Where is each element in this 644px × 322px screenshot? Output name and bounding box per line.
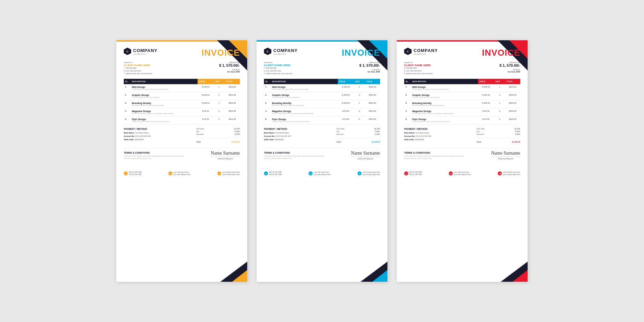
company-name: COMPANY — [133, 48, 157, 53]
invoice-table: SL. DESCRIPTION PRICE UNIT TOTAL 1 Web D… — [264, 79, 380, 124]
payment-section: PAYMENT / METHOD Bank Name: Your Bank Na… — [264, 128, 380, 144]
col-price: PRICE — [198, 79, 213, 84]
invoice-to-label: Invoice To: — [404, 61, 499, 63]
cell-unit: 2 — [494, 92, 505, 100]
cell-sl: 1 — [404, 84, 411, 92]
terms-signature: TERMS & CONDITIONS Lorem ipsum dolor sit… — [404, 151, 520, 160]
cell-desc: Magazine Design Lorem ipsum dolor sit am… — [271, 108, 338, 116]
footer-email-text: your mail name hereyour web address here — [454, 171, 471, 176]
cell-total: $150.00 — [225, 108, 240, 116]
invoice-to-label: Invoice To: — [264, 61, 359, 63]
cell-sl: 3 — [264, 100, 271, 108]
summary-subtotal: Sub Total: $1,300 — [196, 128, 240, 130]
table-row: 4 Magazine Design Lorem ipsum dolor sit … — [124, 108, 240, 116]
cell-price: $ 200.00 — [478, 92, 494, 100]
footer-location: ⚑ your location goes hereyour location g… — [358, 171, 380, 176]
signature-area: Name Surname Authorized Signature — [351, 151, 380, 160]
table-row: 1 Web Design Lorem ipsum is simply dummy… — [264, 84, 380, 92]
cell-total: $150.00 — [225, 84, 240, 92]
cell-sl: 2 — [264, 92, 271, 100]
payment-title: PAYMENT / METHOD — [124, 128, 196, 130]
client-name: CLIENT NAME HERE — [124, 64, 219, 67]
terms-title: TERMS & CONDITIONS — [404, 152, 491, 154]
signature-name: Name Surname — [211, 151, 240, 156]
payment-detail: Bank Name: Your Bank Name Account No: 00… — [264, 131, 336, 142]
payment-left: PAYMENT / METHOD Bank Name: Your Bank Na… — [264, 128, 336, 144]
tri-accent-bottom-right — [372, 270, 387, 282]
signature-name: Name Surname — [351, 151, 380, 156]
table-row: 2 Graphic Design It has survived not onl… — [404, 92, 520, 100]
invoice-contact: P: 000-000-0000 E: your mail name here A… — [404, 67, 499, 75]
footer-email: ✉ your mail name hereyour web address he… — [168, 171, 191, 176]
cell-price: $ 500.00 — [478, 100, 494, 108]
invoice-to-label: Invoice To: — [124, 61, 219, 63]
summary-right: Sub Total: $1,300 Tax: 0.00% Discount: 0… — [196, 128, 240, 144]
cell-desc: Web Design Lorem ipsum is simply dummy t… — [411, 84, 478, 92]
corner-bottom-right — [501, 262, 528, 282]
invoice-table: SL. DESCRIPTION PRICE UNIT TOTAL 1 Web D… — [404, 79, 520, 124]
col-desc: DESCRIPTION — [411, 79, 478, 84]
tri-accent-bottom-left — [257, 270, 272, 282]
company-logo: C — [404, 48, 412, 55]
cell-unit: 5 — [494, 116, 505, 124]
col-price: PRICE — [338, 79, 354, 84]
phone-icon: ✆ — [124, 171, 128, 175]
cell-sl: 2 — [404, 92, 411, 100]
cell-unit: 2 — [214, 92, 225, 100]
col-sl: SL. — [264, 79, 271, 84]
corner-bottom-right — [220, 262, 247, 282]
footer-phone: ✆ 000 (0) 456 7890000 (0) 456 7890 — [124, 171, 142, 176]
footer-phone: ✆ 000 (0) 456 7890000 (0) 456 7890 — [264, 171, 282, 176]
cell-sl: 1 — [264, 84, 271, 92]
cell-price: $ 50.00 — [198, 108, 213, 116]
payment-detail: Bank Name: Your Bank Name Account No: 00… — [124, 131, 196, 142]
summary-tax: Tax: 0.00% — [336, 130, 380, 132]
footer-email-text: your mail name hereyour web address here — [314, 171, 331, 176]
email-icon: ✉ — [309, 171, 313, 175]
cell-price: $ 50.00 — [478, 108, 494, 116]
summary-tax: Tax: 0.00% — [196, 130, 240, 132]
cell-sl: 3 — [404, 100, 411, 108]
cell-total: $150.00 — [505, 108, 520, 116]
invoice-card-yellow: C COMPANY your tagline here INVOICE Invo… — [116, 40, 247, 282]
corner-bottom-left — [397, 262, 424, 282]
summary-total: Total: $1,300.00 — [477, 141, 520, 143]
invoice-meta: Invoice To: CLIENT NAME HERE P: 000-000-… — [404, 61, 520, 75]
cell-desc: Branding Identity But also the leap into… — [130, 100, 198, 108]
terms-text: Lorem ipsum dolor sit amet, consectetuer… — [124, 155, 184, 160]
company-logo: C — [124, 48, 131, 55]
footer-phone-text: 000 (0) 456 7890000 (0) 456 7890 — [409, 171, 422, 176]
signature-label: Authorized Signature — [211, 157, 240, 160]
invoice-header: C COMPANY your tagline here INVOICE — [264, 48, 380, 58]
summary-subtotal: Sub Total: $1,300 — [336, 128, 380, 130]
payment-title: PAYMENT / METHOD — [264, 128, 336, 130]
footer-email: ✉ your mail name hereyour web address he… — [309, 171, 331, 176]
invoice-meta: Invoice To: CLIENT NAME HERE P: 000-000-… — [264, 61, 380, 75]
cell-total: $150.00 — [365, 108, 380, 116]
summary-discount: Discount: 0.00% — [196, 133, 240, 135]
corner-bottom-right — [361, 262, 387, 282]
cell-total: $100.00 — [505, 116, 520, 124]
payment-detail: Bank Name: Your Bank Name Account No: 00… — [404, 131, 477, 142]
signature-area: Name Surname Authorized Signature — [211, 151, 240, 160]
cell-total: $400.00 — [505, 92, 520, 100]
col-desc: DESCRIPTION — [271, 79, 338, 84]
cell-price: $ 20.00 — [198, 116, 213, 124]
cell-total: $500.00 — [365, 100, 380, 108]
col-unit: UNIT — [354, 79, 365, 84]
payment-left: PAYMENT / METHOD Bank Name: Your Bank Na… — [404, 128, 477, 144]
company-tagline: your tagline here — [273, 53, 298, 55]
cell-total: $100.00 — [365, 116, 380, 124]
cell-desc: Flyer Design Ut wisi ad minim veniam, qu… — [411, 116, 478, 124]
invoice-contact: P: 000-000-0000 E: your mail name here A… — [264, 67, 359, 75]
email-icon: ✉ — [168, 171, 172, 175]
cell-unit: 3 — [354, 108, 365, 116]
company-tagline: your tagline here — [414, 53, 438, 55]
cell-sl: 5 — [124, 116, 130, 124]
signature-label: Authorized Signature — [491, 157, 520, 160]
payment-section: PAYMENT / METHOD Bank Name: Your Bank Na… — [404, 128, 520, 144]
invoice-contact: P: 000-000-0000 E: your mail name here A… — [124, 67, 219, 75]
col-total: TOTAL — [365, 79, 380, 84]
terms-title: TERMS & CONDITIONS — [124, 152, 211, 154]
cell-unit: 1 — [354, 100, 365, 108]
